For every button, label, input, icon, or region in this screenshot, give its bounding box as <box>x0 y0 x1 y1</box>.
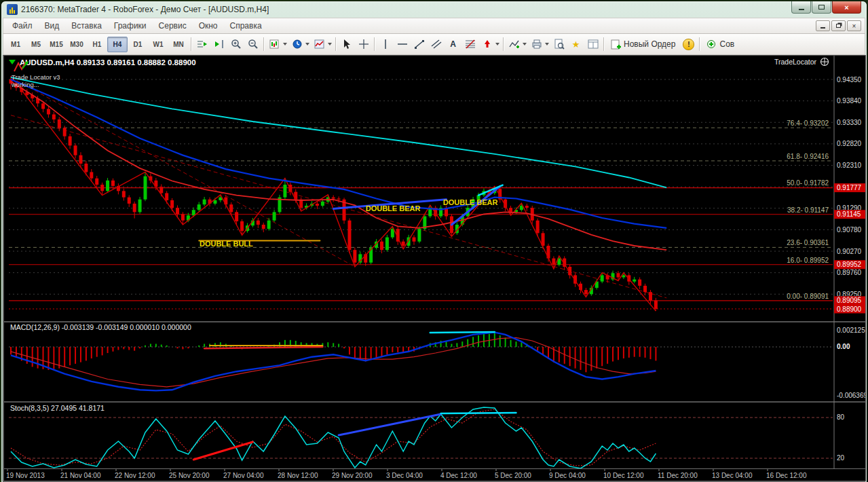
titlebar[interactable]: 2166370: MetaTrader 4 - RoboForex - Демо… <box>3 1 865 18</box>
indicators-caret-icon[interactable] <box>523 43 527 45</box>
favorites-button[interactable]: ★ <box>567 37 584 52</box>
print-icon <box>531 39 542 50</box>
svg-text:AUDUSD.m,H4 0.89133 0.89161: AUDUSD.m,H4 0.89133 0.89161 0.88882 0.88… <box>20 58 196 67</box>
templates-icon <box>314 39 325 50</box>
crosshair-button[interactable] <box>355 37 372 52</box>
horizontal-line-button[interactable] <box>394 37 411 52</box>
timeframe-m5-button[interactable]: M5 <box>26 37 46 52</box>
fibonacci-button[interactable] <box>461 37 478 52</box>
auto-scroll-button[interactable] <box>193 37 210 52</box>
svg-text:MACD(12,26,9) -0.003139 -0.003: MACD(12,26,9) -0.003139 -0.003149 0.0000… <box>10 323 191 331</box>
trendline-icon <box>414 39 425 50</box>
chart-canvas[interactable]: 0.943500.938400.933300.928200.923100.918… <box>3 55 866 481</box>
new-order-button[interactable]: Новый Ордер <box>606 36 680 52</box>
svg-text:0.91145: 0.91145 <box>837 210 861 218</box>
zoom-in-button[interactable] <box>227 37 244 52</box>
svg-text:13 Dec 04:00: 13 Dec 04:00 <box>712 472 753 479</box>
child-close-icon: × <box>852 22 856 30</box>
menu-view[interactable]: Вид <box>39 20 66 32</box>
cursor-icon <box>341 39 352 50</box>
child-minimize-button[interactable] <box>816 20 830 31</box>
chart-area: 0.943500.938400.933300.928200.923100.918… <box>3 55 865 482</box>
maximize-button[interactable] <box>812 1 831 14</box>
timeframe-mn-button[interactable]: MN <box>168 37 189 52</box>
chart-graphics: 0.943500.938400.933300.928200.923100.918… <box>3 55 866 481</box>
timeframe-h4-button[interactable]: H4 <box>107 37 128 52</box>
new-chart-caret-icon[interactable] <box>283 43 287 45</box>
mt4-window: 2166370: MetaTrader 4 - RoboForex - Демо… <box>1 1 867 482</box>
new-chart-button[interactable] <box>266 37 283 52</box>
timeframe-w1-button[interactable]: W1 <box>148 37 168 52</box>
svg-text:0.92310: 0.92310 <box>837 162 862 169</box>
svg-text:5 Dec 20:00: 5 Dec 20:00 <box>495 472 531 479</box>
chart-shift-icon <box>214 39 225 50</box>
child-restore-icon <box>836 24 841 28</box>
close-button[interactable]: × <box>832 1 861 14</box>
expert-advisors-button[interactable]: Сов <box>702 36 739 52</box>
minimize-button[interactable] <box>791 1 811 14</box>
templates-caret-icon[interactable] <box>328 43 332 45</box>
print-button[interactable] <box>528 37 545 52</box>
menu-help[interactable]: Справка <box>224 20 268 32</box>
svg-text:80: 80 <box>837 413 845 421</box>
minimize-icon <box>799 9 804 10</box>
profiles-button[interactable] <box>288 37 305 52</box>
svg-text:DOUBLE BEAR: DOUBLE BEAR <box>366 204 421 212</box>
timeframe-h1-button[interactable]: H1 <box>87 37 107 52</box>
alert-button[interactable]: ! <box>680 37 697 52</box>
text-tool-button[interactable]: A <box>445 37 461 52</box>
maximize-icon <box>818 5 825 10</box>
svg-text:16 Dec 12:00: 16 Dec 12:00 <box>766 472 807 479</box>
svg-text:0.90270: 0.90270 <box>837 248 862 255</box>
svg-text:21 Nov 04:00: 21 Nov 04:00 <box>60 472 101 479</box>
timeframe-m15-button[interactable]: M15 <box>46 37 67 52</box>
templates-button[interactable] <box>311 37 328 52</box>
expert-advisors-icon <box>706 39 717 50</box>
svg-text:0.00: 0.00 <box>837 343 850 350</box>
cursor-button[interactable] <box>338 37 355 52</box>
print-caret-icon[interactable] <box>545 43 549 45</box>
toolbar: M1 M5 M15 M30 H1 H4 D1 W1 MN A <box>3 34 865 55</box>
svg-text:16.0- 0.89952: 16.0- 0.89952 <box>787 257 829 264</box>
arrows-icon <box>482 39 493 50</box>
svg-text:19 Nov 2013: 19 Nov 2013 <box>6 472 45 479</box>
trendline-button[interactable] <box>411 37 428 52</box>
auto-scroll-icon <box>197 39 208 50</box>
svg-text:61.8- 0.92416: 61.8- 0.92416 <box>787 153 829 160</box>
timeframe-m30-button[interactable]: M30 <box>67 37 87 52</box>
channel-icon <box>431 39 442 50</box>
svg-text:0.90780: 0.90780 <box>837 226 862 234</box>
arrows-button[interactable] <box>478 37 495 52</box>
svg-text:27 Nov 04:00: 27 Nov 04:00 <box>223 472 264 479</box>
svg-text:working...: working... <box>11 81 39 88</box>
arrows-caret-icon[interactable] <box>495 43 499 45</box>
zoom-in-icon <box>231 39 242 50</box>
menu-charts[interactable]: Графики <box>108 20 153 32</box>
indicators-button[interactable] <box>506 37 523 52</box>
channel-button[interactable] <box>428 37 445 52</box>
menu-window[interactable]: Окно <box>193 20 224 32</box>
svg-text:28 Nov 12:00: 28 Nov 12:00 <box>278 472 318 479</box>
print-preview-button[interactable] <box>550 37 567 52</box>
vertical-line-button[interactable] <box>377 37 394 52</box>
timeframe-d1-button[interactable]: D1 <box>128 37 148 52</box>
child-restore-button[interactable] <box>831 20 846 31</box>
svg-text:50.0- 0.91782: 50.0- 0.91782 <box>787 179 829 187</box>
svg-text:Stoch(8,3,5) 27.0495 41.8171: Stoch(8,3,5) 27.0495 41.8171 <box>10 404 105 412</box>
timeframe-m1-button[interactable]: M1 <box>5 37 26 52</box>
mdi-child-controls: × <box>816 20 865 31</box>
menu-insert[interactable]: Вставка <box>65 20 108 32</box>
child-close-button[interactable]: × <box>847 20 861 31</box>
profiles-caret-icon[interactable] <box>305 43 309 45</box>
svg-text:3 Dec 04:00: 3 Dec 04:00 <box>386 472 423 479</box>
svg-text:0.88900: 0.88900 <box>837 305 862 313</box>
menu-file[interactable]: Файл <box>6 20 39 32</box>
zoom-out-button[interactable] <box>244 37 261 52</box>
toolbar-separator <box>503 37 504 51</box>
svg-text:10 Dec 12:00: 10 Dec 12:00 <box>603 472 644 479</box>
menu-tools[interactable]: Сервис <box>153 20 193 32</box>
data-window-button[interactable] <box>584 37 601 52</box>
svg-text:0.94350: 0.94350 <box>837 76 862 84</box>
chart-shift-button[interactable] <box>210 37 227 52</box>
toolbar-separator <box>263 37 264 51</box>
